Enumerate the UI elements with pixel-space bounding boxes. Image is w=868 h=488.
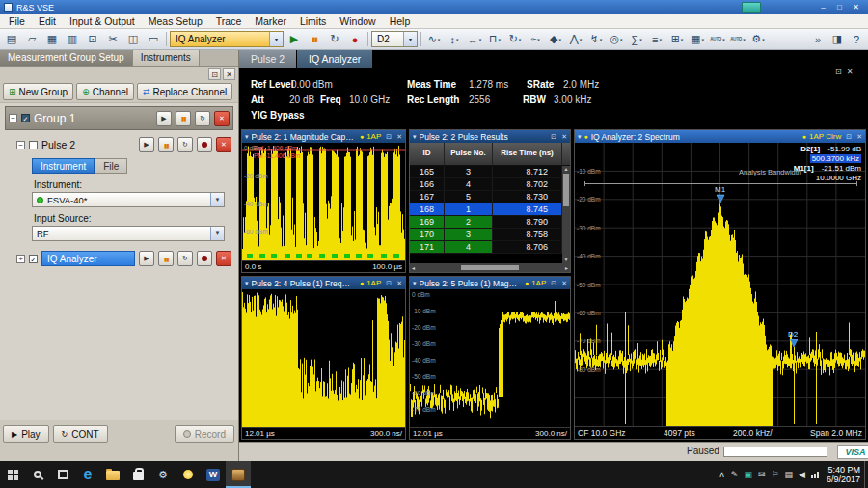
layout-icon[interactable]: ▦▾ xyxy=(688,31,707,48)
column-pulse-no[interactable]: Pulse No. xyxy=(445,143,493,165)
record-button[interactable]: ● xyxy=(345,31,365,48)
pause-button[interactable]: ▮▮ xyxy=(305,31,324,48)
table-row[interactable]: 17148.706 xyxy=(410,241,570,254)
tab-iq-analyzer[interactable]: IQ Analyzer xyxy=(297,50,372,68)
menu-item-meas-setup[interactable]: Meas Setup xyxy=(142,14,209,29)
iq-analyzer-row[interactable]: + ✓ IQ Analyzer ▶ ▮▮ ↻ ✕ xyxy=(14,249,233,268)
menu-item-edit[interactable]: Edit xyxy=(32,14,63,29)
float-window-icon[interactable]: ⊡ xyxy=(386,133,392,141)
close-window-icon[interactable]: ✕ xyxy=(396,280,402,287)
instrument-tray-icon[interactable]: ▣ xyxy=(744,470,752,479)
scrollbar-thumb[interactable] xyxy=(461,265,519,270)
group-row[interactable]: − ✓ Group 1 ▶ ▮▮ ↻ ✕ xyxy=(5,106,233,130)
save-icon[interactable]: ▦ xyxy=(42,31,62,48)
new-group-button[interactable]: ⊞New Group xyxy=(3,83,73,100)
zoom-icon[interactable]: ◎▾ xyxy=(607,31,626,48)
menu-item-file[interactable]: File xyxy=(2,14,32,29)
float-window-icon[interactable]: ⊡ xyxy=(846,133,852,141)
table-row[interactable]: 16538.712 xyxy=(410,166,570,178)
group-checkbox[interactable]: ✓ xyxy=(21,114,30,122)
pulse-play-button[interactable]: ▶ xyxy=(139,137,154,152)
table-row[interactable]: 16758.730 xyxy=(410,191,570,203)
pulse-magnitude-plot[interactable]: 0 dBm-10 dBm-20 dBm-30 dBm-40 dBm-50 dBm… xyxy=(410,289,570,427)
iq-analyzer-checkbox[interactable]: ✓ xyxy=(29,255,38,263)
pen-icon[interactable]: ✎ xyxy=(731,470,739,479)
tab-pulse-2[interactable]: Pulse 2 xyxy=(239,50,296,68)
spectrum-plot[interactable]: M1D2 -10 dBm-20 dBm-30 dBm-40 dBm-50 dBm… xyxy=(575,143,865,426)
float-view-icon[interactable]: ⊡ xyxy=(835,68,842,76)
display-icon[interactable]: ▭ xyxy=(144,31,163,48)
table-row[interactable]: 16928.790 xyxy=(410,216,570,229)
measurement-icon[interactable]: ∑▾ xyxy=(627,31,646,48)
network-icon[interactable] xyxy=(811,472,819,478)
column-rise-time[interactable]: Rise Time (ns) xyxy=(493,143,562,165)
marker-icon[interactable]: ◆▾ xyxy=(546,31,565,48)
frequency-icon[interactable]: ∿▾ xyxy=(424,31,444,48)
taskbar-clock[interactable]: 5:40 PM 6/9/2017 xyxy=(827,465,860,484)
auto-set-icon[interactable]: AUTO▾ xyxy=(728,31,747,48)
remote-indicator-button[interactable] xyxy=(742,2,761,13)
amplitude-icon[interactable]: ↕▾ xyxy=(445,31,464,48)
window-titlebar[interactable]: R&S VSE – □ ✕ xyxy=(0,0,868,14)
continuous-button[interactable]: ↻ xyxy=(325,31,344,48)
scroll-left-icon[interactable]: ◄ xyxy=(411,265,416,271)
play-button[interactable]: ▶Play xyxy=(3,425,49,443)
collapse-channel-icon[interactable]: − xyxy=(16,141,25,149)
file-explorer-button[interactable] xyxy=(100,461,125,488)
marker-selector[interactable]: D2▾ xyxy=(371,31,418,47)
expand-channel-icon[interactable]: + xyxy=(16,255,25,263)
table-row[interactable]: 17038.758 xyxy=(410,229,570,241)
trace-config-icon[interactable]: ≈▾ xyxy=(526,31,545,48)
close-window-icon[interactable]: ✕ xyxy=(561,133,567,141)
pulse-channel-checkbox[interactable]: ✓ xyxy=(29,141,38,149)
magnitude-plot[interactable]: 0 dBm-20 dBm-40 dBm-60 dBm Ref -1.406 dB… xyxy=(242,143,405,260)
word-button[interactable]: W xyxy=(201,461,226,488)
collapse-group-icon[interactable]: − xyxy=(9,114,17,122)
table-row[interactable]: 16818.745 xyxy=(410,203,570,216)
group-pause-button[interactable]: ▮▮ xyxy=(176,111,191,126)
close-view-icon[interactable]: ✕ xyxy=(847,68,854,76)
hidden-icons-chevron[interactable]: ∧ xyxy=(719,470,725,479)
table-row[interactable]: 16648.702 xyxy=(410,178,570,191)
window-menu-icon[interactable]: ▾ xyxy=(413,280,417,287)
edge-button[interactable]: e xyxy=(75,461,100,488)
pulse-pause-button[interactable]: ▮▮ xyxy=(158,137,174,152)
iq-pause-button[interactable]: ▮▮ xyxy=(158,251,174,266)
scrollbar-thumb[interactable] xyxy=(563,174,569,206)
start-button[interactable] xyxy=(0,461,25,488)
instrument-select[interactable]: FSVA-40* ▼ xyxy=(32,192,225,207)
close-button[interactable]: ✕ xyxy=(848,2,864,13)
scroll-up-icon[interactable]: ▲ xyxy=(562,166,570,173)
tab-instrument[interactable]: Instrument xyxy=(32,158,95,174)
window-menu-icon[interactable]: ▾ xyxy=(413,133,417,141)
float-panel-icon[interactable]: ⊡ xyxy=(208,68,221,80)
float-window-icon[interactable]: ⊡ xyxy=(386,280,392,287)
dock-icon[interactable]: ◨ xyxy=(827,31,847,48)
replace-channel-button[interactable]: ⇄Replace Channel xyxy=(137,83,232,100)
flag-icon[interactable]: ⚐ xyxy=(771,470,778,479)
vse-app-button[interactable] xyxy=(226,461,251,488)
display-tray-icon[interactable]: ▤ xyxy=(785,470,794,479)
iq-play-button[interactable]: ▶ xyxy=(139,251,154,266)
input-source-select[interactable]: RF ▼ xyxy=(32,226,225,241)
menu-item-window[interactable]: Window xyxy=(333,14,382,29)
pulse-close-button[interactable]: ✕ xyxy=(216,137,231,152)
menu-item-limits[interactable]: Limits xyxy=(293,14,333,29)
add-window-icon[interactable]: ⊞▾ xyxy=(667,31,687,48)
close-window-icon[interactable]: ✕ xyxy=(856,133,862,141)
pulse-record-button[interactable] xyxy=(197,137,212,152)
print-icon[interactable]: ▥ xyxy=(63,31,82,48)
scroll-right-icon[interactable]: ► xyxy=(564,265,569,271)
settings-icon[interactable]: ⚙▾ xyxy=(748,31,768,48)
column-id[interactable]: ID xyxy=(410,143,445,165)
menu-item-marker[interactable]: Marker xyxy=(248,14,293,29)
results-window-titlebar[interactable]: ▾ Pulse 2: 2 Pulse Results ⊡ ✕ xyxy=(410,130,570,143)
auto-all-icon[interactable]: AUTO▾ xyxy=(708,31,727,48)
horizontal-scrollbar[interactable]: ◄ ► xyxy=(410,263,570,272)
pulse-continuous-button[interactable]: ↻ xyxy=(177,137,193,152)
overflow-icon[interactable]: » xyxy=(808,31,827,48)
copy-icon[interactable]: ◫ xyxy=(123,31,143,48)
store-button[interactable] xyxy=(125,461,150,488)
task-view-button[interactable] xyxy=(50,461,75,488)
minimize-button[interactable]: – xyxy=(815,2,831,13)
